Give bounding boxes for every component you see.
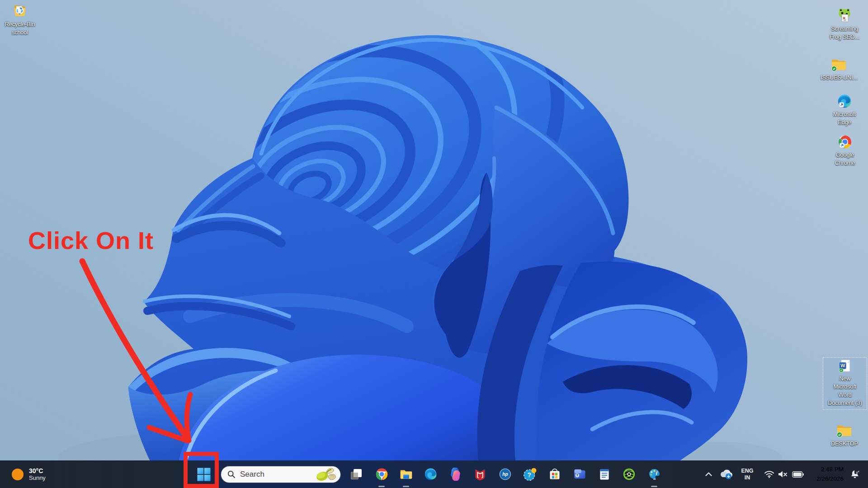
svg-text:hp: hp bbox=[502, 472, 508, 477]
svg-text:z: z bbox=[858, 469, 859, 472]
svg-text:?: ? bbox=[528, 472, 531, 479]
svg-text:W: W bbox=[840, 363, 845, 368]
